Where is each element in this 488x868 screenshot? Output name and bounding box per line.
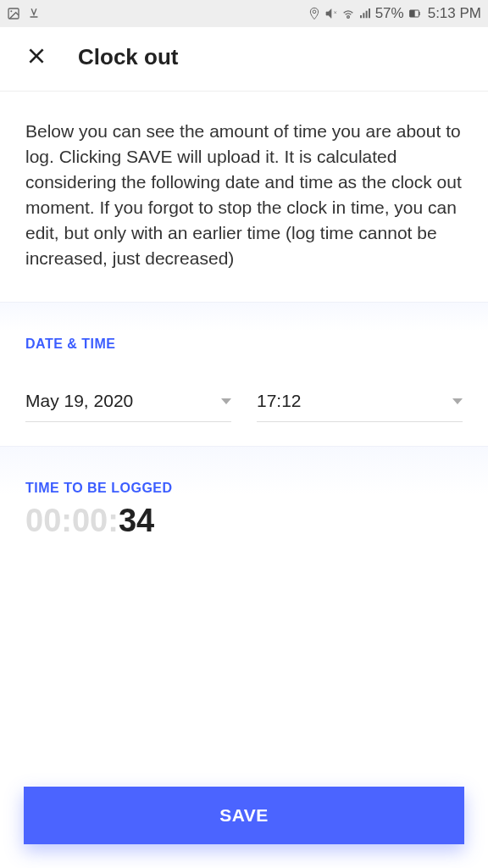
header: Clock out [0, 27, 488, 92]
svg-point-1 [10, 10, 12, 12]
chevron-down-icon [452, 398, 463, 404]
instructions-text: Below you can see the amount of time you… [0, 92, 488, 302]
time-value: 17:12 [257, 391, 302, 411]
separator: : [61, 503, 72, 539]
status-bar: 57% 5:13 PM [0, 0, 488, 27]
wifi-icon [341, 7, 355, 20]
separator: : [108, 503, 119, 539]
date-time-row: May 19, 2020 17:12 [25, 387, 463, 422]
chevron-down-icon [221, 398, 231, 404]
battery-icon [408, 7, 421, 20]
svg-rect-3 [409, 10, 414, 17]
status-right: 57% 5:13 PM [308, 5, 481, 22]
save-button[interactable]: SAVE [24, 787, 464, 844]
date-time-section: DATE & TIME May 19, 2020 17:12 [0, 302, 488, 447]
status-left [7, 7, 41, 20]
time-logged-section: TIME TO BE LOGGED 00:00:34 [0, 447, 488, 684]
time-picker[interactable]: 17:12 [257, 387, 463, 422]
time-logged-display: 00:00:34 [25, 503, 463, 539]
location-icon [308, 7, 321, 20]
footer: SAVE [0, 765, 488, 868]
status-clock: 5:13 PM [428, 5, 481, 22]
close-icon[interactable] [25, 45, 47, 70]
battery-text: 57% [375, 5, 404, 22]
svg-rect-4 [419, 12, 419, 15]
date-time-label: DATE & TIME [25, 337, 463, 352]
time-logged-label: TIME TO BE LOGGED [25, 481, 463, 496]
page-title: Clock out [78, 44, 178, 70]
date-value: May 19, 2020 [25, 391, 133, 411]
app-icon [27, 7, 41, 20]
hours-value: 00 [25, 503, 61, 539]
mute-icon [324, 7, 338, 20]
image-icon [7, 7, 20, 20]
date-picker[interactable]: May 19, 2020 [25, 387, 231, 422]
seconds-value: 34 [119, 503, 154, 539]
signal-icon [358, 7, 372, 20]
minutes-value: 00 [72, 503, 108, 539]
